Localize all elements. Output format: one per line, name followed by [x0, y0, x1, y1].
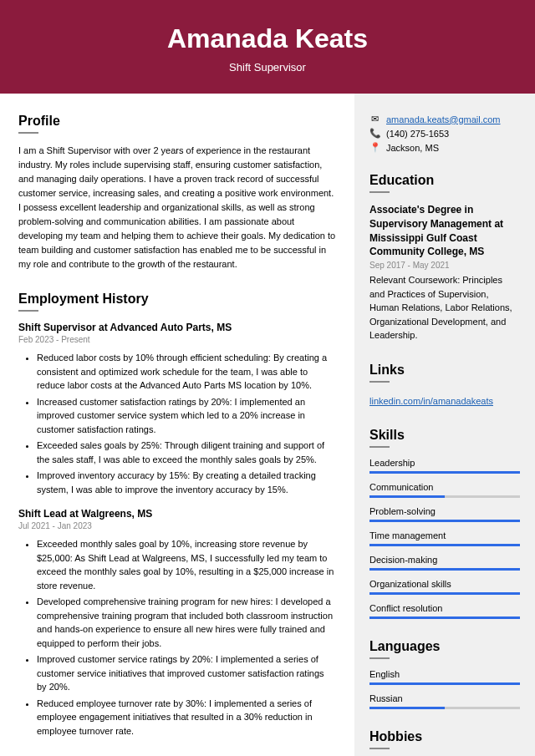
email-link[interactable]: amanada.keats@gmail.com	[386, 114, 501, 124]
employment-section: Employment History Shift Supervisor at A…	[18, 292, 336, 738]
skill-item: Communication	[369, 482, 520, 498]
heading-underline	[369, 657, 390, 659]
heading-underline	[18, 310, 38, 312]
job-bullet: Exceeded sales goals by 25%: Through dil…	[37, 439, 336, 466]
job-bullet: Reduced employee turnover rate by 30%: I…	[37, 697, 336, 738]
job-title: Shift Supervisor at Advanced Auto Parts,…	[18, 322, 336, 333]
phone-icon: 📞	[369, 128, 380, 139]
skill-item: Time management	[369, 530, 520, 546]
job-bullet: Developed comprehensive training program…	[37, 595, 336, 650]
skill-bar	[369, 495, 520, 498]
phone-text: (140) 275-1653	[386, 129, 449, 139]
heading-underline	[369, 446, 390, 448]
skill-fill	[369, 568, 520, 571]
contact-block: ✉ amanada.keats@gmail.com 📞 (140) 275-16…	[369, 114, 520, 153]
employment-heading: Employment History	[18, 292, 336, 307]
person-title: Shift Supervisor	[0, 61, 535, 74]
job-bullet: Reduced labor costs by 10% through effic…	[37, 351, 336, 393]
skill-bar	[369, 520, 520, 522]
hobbies-heading: Hobbies	[369, 729, 520, 744]
location-text: Jackson, MS	[386, 143, 439, 153]
language-item: Russian	[369, 693, 520, 709]
job-bullet: Improved inventory accuracy by 15%: By c…	[37, 469, 336, 496]
location-icon: 📍	[369, 142, 380, 153]
contact-email-row: ✉ amanada.keats@gmail.com	[369, 114, 520, 124]
main-column: Profile I am a Shift Supervisor with ove…	[0, 94, 354, 756]
language-bar	[369, 682, 520, 685]
contact-phone-row: 📞 (140) 275-1653	[369, 128, 520, 139]
heading-underline	[369, 191, 390, 193]
language-name: Russian	[369, 693, 520, 703]
heading-underline	[369, 748, 390, 749]
skill-name: Conflict resolution	[369, 603, 520, 613]
skill-item: Organizational skills	[369, 579, 520, 595]
heading-underline	[18, 132, 38, 134]
skill-fill	[369, 520, 520, 522]
skills-section: Skills LeadershipCommunicationProblem-so…	[369, 428, 520, 619]
skill-name: Problem-solving	[369, 506, 520, 516]
profile-heading: Profile	[18, 114, 336, 129]
hobbies-section: Hobbies	[369, 729, 520, 749]
sidebar-column: ✉ amanada.keats@gmail.com 📞 (140) 275-16…	[354, 94, 535, 756]
skill-fill	[369, 471, 520, 474]
language-fill	[369, 682, 520, 685]
skill-bar	[369, 544, 520, 546]
links-heading: Links	[369, 363, 520, 378]
skill-bar	[369, 592, 520, 595]
job-dates: Feb 2023 - Present	[18, 335, 336, 344]
profile-section: Profile I am a Shift Supervisor with ove…	[18, 114, 336, 271]
skills-heading: Skills	[369, 428, 520, 443]
language-fill	[369, 707, 445, 709]
language-item: English	[369, 669, 520, 685]
education-section: Education Associate's Degree in Supervis…	[369, 173, 520, 342]
job-entry: Shift Lead at Walgreens, MSJul 2021 - Ja…	[18, 508, 336, 738]
heading-underline	[369, 381, 390, 383]
skill-item: Decision-making	[369, 555, 520, 571]
resume-header: Amanada Keats Shift Supervisor	[0, 0, 535, 94]
email-icon: ✉	[369, 114, 380, 124]
skill-bar	[369, 471, 520, 474]
skill-name: Time management	[369, 530, 520, 540]
skill-name: Communication	[369, 482, 520, 492]
skill-item: Conflict resolution	[369, 603, 520, 619]
skill-bar	[369, 616, 520, 619]
language-bar	[369, 707, 520, 709]
skill-fill	[369, 495, 445, 498]
education-heading: Education	[369, 173, 520, 188]
skill-fill	[369, 592, 520, 595]
education-desc: Relevant Coursework: Principles and Prac…	[369, 273, 520, 342]
job-bullet: Improved customer service ratings by 20%…	[37, 652, 336, 694]
job-bullet: Increased customer satisfaction ratings …	[37, 395, 336, 437]
skill-item: Leadership	[369, 458, 520, 474]
contact-location-row: 📍 Jackson, MS	[369, 142, 520, 153]
education-dates: Sep 2017 - May 2021	[369, 261, 520, 270]
language-name: English	[369, 669, 520, 679]
job-dates: Jul 2021 - Jan 2023	[18, 521, 336, 530]
profile-text: I am a Shift Supervisor with over 2 year…	[18, 144, 336, 271]
links-section: Links linkedin.com/in/amanadakeats	[369, 363, 520, 408]
skill-name: Organizational skills	[369, 579, 520, 589]
job-bullet: Exceeded monthly sales goal by 10%, incr…	[37, 537, 336, 592]
job-entry: Shift Supervisor at Advanced Auto Parts,…	[18, 322, 336, 496]
education-degree: Associate's Degree in Supervisory Manage…	[369, 203, 520, 259]
languages-heading: Languages	[369, 639, 520, 654]
skill-fill	[369, 544, 520, 546]
skill-fill	[369, 616, 520, 619]
linkedin-link[interactable]: linkedin.com/in/amanadakeats	[369, 396, 493, 406]
skill-name: Decision-making	[369, 555, 520, 565]
skill-bar	[369, 568, 520, 571]
job-title: Shift Lead at Walgreens, MS	[18, 508, 336, 520]
languages-section: Languages EnglishRussian	[369, 639, 520, 709]
job-bullets: Exceeded monthly sales goal by 10%, incr…	[18, 537, 336, 738]
person-name: Amanada Keats	[0, 23, 535, 54]
skill-name: Leadership	[369, 458, 520, 468]
skill-item: Problem-solving	[369, 506, 520, 522]
job-bullets: Reduced labor costs by 10% through effic…	[18, 351, 336, 496]
